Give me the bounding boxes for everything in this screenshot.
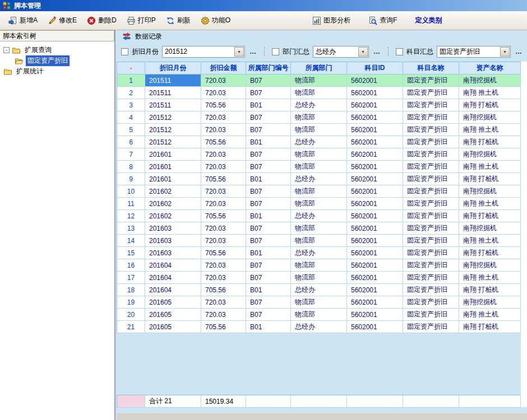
table-cell[interactable]: 固定资产折旧 bbox=[403, 296, 459, 309]
table-row[interactable]: 9201601705.56B01总经办5602001固定资产折旧南翔 打桩机 bbox=[117, 173, 521, 185]
graph-analysis-button[interactable]: 图形分析 bbox=[307, 13, 355, 28]
table-cell[interactable]: 201603 bbox=[145, 247, 201, 259]
table-cell[interactable]: 5602001 bbox=[347, 185, 403, 198]
table-cell[interactable]: 705.56 bbox=[201, 136, 246, 148]
table-cell[interactable]: B07 bbox=[246, 185, 291, 198]
table-cell[interactable]: 720.03 bbox=[201, 74, 246, 87]
table-cell[interactable]: 物流部 bbox=[291, 235, 347, 247]
table-cell[interactable]: 南翔 推土机 bbox=[459, 235, 521, 247]
table-cell[interactable]: B07 bbox=[246, 87, 291, 99]
row-number-cell[interactable]: 10 bbox=[117, 185, 145, 198]
table-cell[interactable]: B07 bbox=[246, 198, 291, 210]
table-cell[interactable]: 5602001 bbox=[347, 148, 403, 161]
table-cell[interactable]: 物流部 bbox=[291, 198, 347, 210]
table-cell[interactable]: B07 bbox=[246, 235, 291, 247]
table-cell[interactable]: 201512 bbox=[145, 136, 201, 148]
table-cell[interactable]: 201601 bbox=[145, 173, 201, 185]
table-cell[interactable]: 固定资产折旧 bbox=[403, 321, 459, 333]
table-cell[interactable]: 720.03 bbox=[201, 87, 246, 99]
table-cell[interactable]: 5602001 bbox=[347, 136, 403, 148]
table-cell[interactable]: 5602001 bbox=[347, 161, 403, 173]
table-cell[interactable]: 固定资产折旧 bbox=[403, 309, 459, 321]
table-cell[interactable]: 南翔 打桩机 bbox=[459, 210, 521, 222]
filter-combo-department-summary[interactable]: 总经办▼ bbox=[313, 46, 369, 58]
table-cell[interactable]: 固定资产折旧 bbox=[403, 247, 459, 259]
table-cell[interactable]: 720.03 bbox=[201, 272, 246, 284]
row-number-cell[interactable]: 3 bbox=[117, 99, 145, 111]
table-cell[interactable]: 固定资产折旧 bbox=[403, 272, 459, 284]
row-number-cell[interactable]: 2 bbox=[117, 87, 145, 99]
chevron-down-icon[interactable]: ▼ bbox=[500, 47, 510, 57]
table-cell[interactable]: 5602001 bbox=[347, 247, 403, 259]
table-cell[interactable]: 705.56 bbox=[201, 284, 246, 296]
column-header[interactable]: 科目名称 bbox=[403, 62, 459, 74]
table-cell[interactable]: 720.03 bbox=[201, 259, 246, 272]
table-cell[interactable]: 南翔 推土机 bbox=[459, 161, 521, 173]
column-header[interactable]: 所属部门编号 bbox=[246, 62, 291, 74]
table-cell[interactable]: B01 bbox=[246, 247, 291, 259]
row-number-cell[interactable]: 19 bbox=[117, 296, 145, 309]
table-cell[interactable]: B07 bbox=[246, 74, 291, 87]
column-header[interactable]: 折旧月份 bbox=[145, 62, 201, 74]
table-cell[interactable]: 705.56 bbox=[201, 173, 246, 185]
table-row[interactable]: 10201602720.03B07物流部5602001固定资产折旧南翔挖掘机 bbox=[117, 185, 521, 198]
filter-more-button-subject-summary[interactable]: … bbox=[514, 48, 524, 55]
table-cell[interactable]: 705.56 bbox=[201, 247, 246, 259]
table-cell[interactable]: 固定资产折旧 bbox=[403, 259, 459, 272]
table-cell[interactable]: B01 bbox=[246, 284, 291, 296]
table-cell[interactable]: 南翔 推土机 bbox=[459, 87, 521, 99]
table-cell[interactable]: 201602 bbox=[145, 198, 201, 210]
table-cell[interactable]: 705.56 bbox=[201, 321, 246, 333]
table-cell[interactable]: 201603 bbox=[145, 222, 201, 235]
table-cell[interactable]: B07 bbox=[246, 222, 291, 235]
table-cell[interactable]: 固定资产折旧 bbox=[403, 210, 459, 222]
table-cell[interactable]: 固定资产折旧 bbox=[403, 198, 459, 210]
table-cell[interactable]: 201604 bbox=[145, 272, 201, 284]
column-header[interactable]: 科目ID bbox=[347, 62, 403, 74]
table-cell[interactable]: 南翔 打桩机 bbox=[459, 99, 521, 111]
table-row[interactable]: 5201512720.03B07物流部5602001固定资产折旧南翔 推土机 bbox=[117, 124, 521, 136]
table-cell[interactable]: 物流部 bbox=[291, 296, 347, 309]
table-cell[interactable]: 固定资产折旧 bbox=[403, 173, 459, 185]
filter-more-button-department-summary[interactable]: … bbox=[372, 48, 382, 55]
table-cell[interactable]: 5602001 bbox=[347, 87, 403, 99]
table-cell[interactable]: B01 bbox=[246, 210, 291, 222]
table-cell[interactable]: 物流部 bbox=[291, 111, 347, 124]
table-cell[interactable]: 5602001 bbox=[347, 111, 403, 124]
table-cell[interactable]: 5602001 bbox=[347, 321, 403, 333]
table-cell[interactable]: 720.03 bbox=[201, 309, 246, 321]
row-number-cell[interactable]: 6 bbox=[117, 136, 145, 148]
table-cell[interactable]: 201512 bbox=[145, 124, 201, 136]
table-cell[interactable]: 720.03 bbox=[201, 185, 246, 198]
table-cell[interactable]: 201511 bbox=[145, 74, 201, 87]
table-cell[interactable]: 南翔 推土机 bbox=[459, 198, 521, 210]
table-cell[interactable]: 物流部 bbox=[291, 124, 347, 136]
table-row[interactable]: 18201604705.56B01总经办5602001固定资产折旧南翔 打桩机 bbox=[117, 284, 521, 296]
table-row[interactable]: 3201511705.56B01总经办5602001固定资产折旧南翔 打桩机 bbox=[117, 99, 521, 111]
table-cell[interactable]: 201512 bbox=[145, 111, 201, 124]
table-cell[interactable]: 物流部 bbox=[291, 74, 347, 87]
table-cell[interactable]: 5602001 bbox=[347, 259, 403, 272]
row-number-cell[interactable]: 20 bbox=[117, 309, 145, 321]
table-cell[interactable]: 固定资产折旧 bbox=[403, 99, 459, 111]
table-cell[interactable]: 5602001 bbox=[347, 284, 403, 296]
table-cell[interactable]: 5602001 bbox=[347, 210, 403, 222]
table-cell[interactable]: 物流部 bbox=[291, 185, 347, 198]
filter-combo-subject-summary[interactable]: 固定资产折旧▼ bbox=[437, 46, 511, 58]
tree-item-fixed-asset-depreciation[interactable]: 固定资产折旧 bbox=[0, 55, 114, 66]
table-cell[interactable]: 固定资产折旧 bbox=[403, 222, 459, 235]
chevron-down-icon[interactable]: ▼ bbox=[358, 47, 368, 57]
table-cell[interactable]: 201605 bbox=[145, 321, 201, 333]
table-cell[interactable]: 5602001 bbox=[347, 198, 403, 210]
table-cell[interactable]: 南翔挖掘机 bbox=[459, 185, 521, 198]
table-cell[interactable]: 720.03 bbox=[201, 222, 246, 235]
filter-checkbox-depreciation-month[interactable] bbox=[121, 48, 128, 55]
table-cell[interactable]: 总经办 bbox=[291, 173, 347, 185]
table-cell[interactable]: B07 bbox=[246, 259, 291, 272]
table-cell[interactable]: 南翔 打桩机 bbox=[459, 247, 521, 259]
table-cell[interactable]: 固定资产折旧 bbox=[403, 87, 459, 99]
table-cell[interactable]: 固定资产折旧 bbox=[403, 136, 459, 148]
new-button[interactable]: 新增A bbox=[3, 13, 43, 28]
table-cell[interactable]: 南翔 推土机 bbox=[459, 272, 521, 284]
table-cell[interactable]: 5602001 bbox=[347, 99, 403, 111]
